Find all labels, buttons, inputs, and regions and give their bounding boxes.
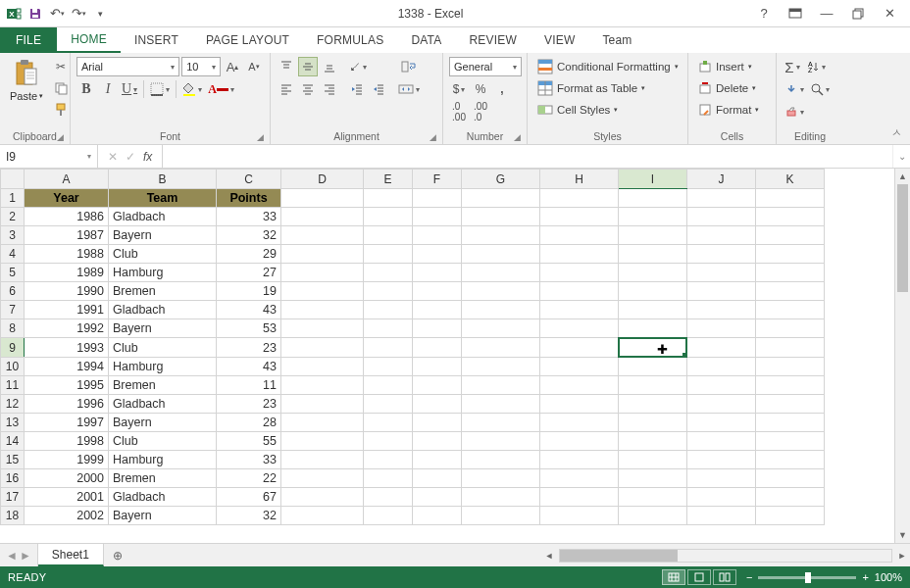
cell-H13[interactable]	[540, 414, 619, 432]
cell-C12[interactable]: 23	[217, 395, 281, 414]
cell-A1[interactable]: Year	[25, 189, 109, 208]
cell-D5[interactable]	[281, 264, 364, 282]
cell-E12[interactable]	[364, 395, 413, 414]
collapse-ribbon-icon[interactable]: ㅅ	[891, 125, 902, 140]
cell-A15[interactable]: 1999	[25, 451, 109, 469]
column-header-F[interactable]: F	[413, 170, 462, 189]
cell-H6[interactable]	[540, 282, 619, 301]
font-color-button[interactable]: A	[206, 79, 236, 99]
cell-C4[interactable]: 29	[217, 245, 281, 264]
row-header-17[interactable]: 17	[1, 488, 25, 507]
cell-E15[interactable]	[364, 451, 413, 469]
cell-A18[interactable]: 2002	[25, 507, 109, 525]
accounting-format-icon[interactable]: $	[449, 79, 469, 99]
cell-K5[interactable]	[756, 264, 825, 282]
cell-I10[interactable]	[619, 358, 687, 376]
row-header-16[interactable]: 16	[1, 469, 25, 488]
column-header-C[interactable]: C	[217, 170, 281, 189]
cell-G9[interactable]	[462, 338, 540, 358]
hscroll-thumb[interactable]	[560, 550, 678, 562]
tab-team[interactable]: Team	[588, 27, 645, 53]
cell-H16[interactable]	[540, 469, 619, 488]
cell-A4[interactable]: 1988	[25, 245, 109, 264]
cell-G14[interactable]	[462, 432, 540, 451]
bold-button[interactable]: B	[76, 79, 96, 99]
cell-D14[interactable]	[281, 432, 364, 451]
cell-C8[interactable]: 53	[217, 319, 281, 338]
cell-styles-button[interactable]: Cell Styles▾	[533, 100, 682, 120]
vscroll-track[interactable]	[895, 184, 910, 527]
cell-B3[interactable]: Bayern	[109, 226, 217, 245]
merge-center-button[interactable]	[396, 79, 422, 99]
cell-K11[interactable]	[756, 376, 825, 395]
tab-review[interactable]: REVIEW	[455, 27, 531, 53]
cell-B6[interactable]: Bremen	[109, 282, 217, 301]
cell-G3[interactable]	[462, 226, 540, 245]
cell-G10[interactable]	[462, 358, 540, 376]
align-top-icon[interactable]	[277, 57, 296, 76]
number-launcher-icon[interactable]: ◢	[514, 132, 521, 142]
tab-file[interactable]: FILE	[0, 27, 57, 53]
cell-C3[interactable]: 32	[217, 226, 281, 245]
cell-J13[interactable]	[687, 414, 756, 432]
cell-E9[interactable]	[364, 338, 413, 358]
font-name-select[interactable]: Arial▾	[76, 57, 179, 76]
column-header-E[interactable]: E	[364, 170, 413, 189]
cell-F4[interactable]	[413, 245, 462, 264]
cell-G16[interactable]	[462, 469, 540, 488]
cell-I1[interactable]	[619, 189, 687, 208]
cell-J3[interactable]	[687, 226, 756, 245]
tab-formulas[interactable]: FORMULAS	[303, 27, 397, 53]
cell-B12[interactable]: Gladbach	[109, 395, 217, 414]
cell-J12[interactable]	[687, 395, 756, 414]
scroll-right-icon[interactable]: ►	[894, 551, 910, 561]
cell-I14[interactable]	[619, 432, 687, 451]
cell-I5[interactable]	[619, 264, 687, 282]
cell-I8[interactable]	[619, 319, 687, 338]
cell-B2[interactable]: Gladbach	[109, 208, 217, 226]
fill-color-button[interactable]	[180, 79, 204, 99]
autosum-icon[interactable]: Σ	[783, 57, 802, 76]
cell-J1[interactable]	[687, 189, 756, 208]
cell-H4[interactable]	[540, 245, 619, 264]
row-header-13[interactable]: 13	[1, 414, 25, 432]
cell-E10[interactable]	[364, 358, 413, 376]
minimize-icon[interactable]: —	[814, 4, 839, 24]
cell-F18[interactable]	[413, 507, 462, 525]
cell-K4[interactable]	[756, 245, 825, 264]
cell-I7[interactable]	[619, 301, 687, 319]
cell-H5[interactable]	[540, 264, 619, 282]
row-header-7[interactable]: 7	[1, 301, 25, 319]
align-right-icon[interactable]	[320, 79, 339, 99]
copy-icon[interactable]	[51, 78, 71, 98]
cell-G1[interactable]	[462, 189, 540, 208]
cell-A13[interactable]: 1997	[25, 414, 109, 432]
cell-F12[interactable]	[413, 395, 462, 414]
cell-H10[interactable]	[540, 358, 619, 376]
insert-cells-button[interactable]: Insert▾	[694, 57, 763, 76]
cell-E16[interactable]	[364, 469, 413, 488]
cell-E6[interactable]	[364, 282, 413, 301]
cell-D16[interactable]	[281, 469, 364, 488]
cell-I17[interactable]	[619, 488, 687, 507]
row-header-8[interactable]: 8	[1, 319, 25, 338]
page-layout-view-icon[interactable]	[687, 569, 711, 585]
cell-A5[interactable]: 1989	[25, 264, 109, 282]
horizontal-scrollbar[interactable]: ◄ ►	[131, 544, 910, 566]
row-header-5[interactable]: 5	[1, 264, 25, 282]
cell-K18[interactable]	[756, 507, 825, 525]
cell-D15[interactable]	[281, 451, 364, 469]
row-header-18[interactable]: 18	[1, 507, 25, 525]
column-header-K[interactable]: K	[756, 170, 825, 189]
increase-indent-icon[interactable]	[369, 79, 388, 99]
delete-cells-button[interactable]: Delete▾	[694, 78, 763, 98]
cell-F13[interactable]	[413, 414, 462, 432]
cell-A8[interactable]: 1992	[25, 319, 109, 338]
underline-button[interactable]: U	[120, 79, 139, 99]
cell-I4[interactable]	[619, 245, 687, 264]
cell-B16[interactable]: Bremen	[109, 469, 217, 488]
cell-A17[interactable]: 2001	[25, 488, 109, 507]
cell-A16[interactable]: 2000	[25, 469, 109, 488]
decrease-font-icon[interactable]: A▾	[244, 57, 264, 76]
cell-H14[interactable]	[540, 432, 619, 451]
